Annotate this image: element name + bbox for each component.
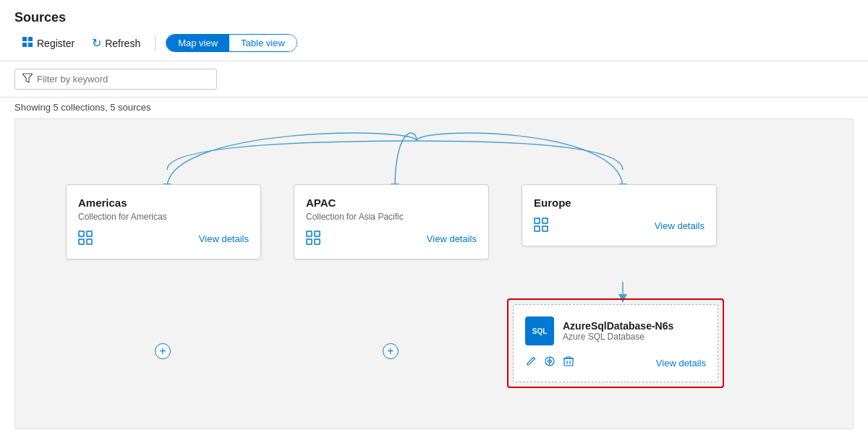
connector-svg [15, 119, 853, 428]
connect-icon[interactable] [544, 356, 556, 370]
source-view-details[interactable]: View details [656, 358, 706, 369]
filter-bar [0, 61, 868, 98]
svg-rect-8 [87, 239, 92, 244]
source-card-header: SQL AzureSqlDatabase-N6s Azure SQL Datab… [525, 316, 706, 345]
europe-view-details[interactable]: View details [655, 220, 705, 231]
filter-icon [22, 73, 33, 85]
refresh-label: Refresh [105, 38, 140, 49]
apac-title: APAC [306, 197, 477, 209]
sql-icon-label: SQL [532, 327, 548, 335]
source-card-info: AzureSqlDatabase-N6s Azure SQL Database [563, 320, 673, 342]
americas-footer: View details [78, 231, 249, 247]
svg-rect-10 [315, 231, 320, 236]
apac-expand-button[interactable]: + [383, 343, 399, 359]
svg-rect-5 [79, 231, 84, 236]
svg-rect-7 [79, 239, 84, 244]
apac-subtitle: Collection for Asia Pacific [306, 212, 477, 222]
europe-footer: View details [534, 218, 705, 234]
search-input[interactable] [37, 74, 209, 85]
svg-rect-0 [22, 37, 27, 41]
view-toggle: Map view Table view [166, 34, 297, 52]
svg-rect-6 [87, 231, 92, 236]
svg-rect-9 [307, 231, 312, 236]
svg-marker-4 [22, 74, 33, 82]
sql-icon: SQL [525, 316, 554, 345]
register-label: Register [37, 38, 75, 49]
svg-rect-19 [564, 358, 573, 366]
svg-rect-16 [542, 226, 548, 231]
svg-rect-1 [28, 37, 33, 41]
apac-view-details[interactable]: View details [427, 233, 477, 244]
source-card-wrapper: SQL AzureSqlDatabase-N6s Azure SQL Datab… [507, 298, 724, 388]
page-header: Sources Register ↻ Refresh Map view Tabl… [0, 0, 868, 61]
page-title: Sources [14, 10, 854, 25]
svg-rect-12 [315, 239, 320, 244]
register-icon [22, 36, 33, 50]
delete-icon[interactable] [563, 356, 574, 370]
svg-rect-2 [22, 43, 27, 47]
source-type: Azure SQL Database [563, 332, 673, 342]
map-view-button[interactable]: Map view [166, 35, 229, 51]
collection-card-europe: Europe View details [522, 184, 717, 246]
toolbar: Register ↻ Refresh Map view Table view [14, 33, 854, 53]
source-card-actions: View details [525, 356, 706, 370]
map-area: Americas Collection for Americas View de… [14, 119, 854, 429]
collection-card-americas: Americas Collection for Americas View de… [66, 184, 261, 259]
collection-card-apac: APAC Collection for Asia Pacific View de… [294, 184, 489, 259]
svg-rect-13 [535, 218, 540, 223]
toolbar-divider [155, 35, 156, 51]
americas-grid-icon [78, 231, 93, 247]
americas-view-details[interactable]: View details [199, 233, 249, 244]
apac-grid-icon [306, 231, 320, 247]
source-card: SQL AzureSqlDatabase-N6s Azure SQL Datab… [513, 304, 718, 382]
americas-subtitle: Collection for Americas [78, 212, 249, 222]
europe-grid-icon [534, 218, 548, 234]
refresh-button[interactable]: ↻ Refresh [85, 33, 148, 53]
americas-expand-button[interactable]: + [155, 343, 171, 359]
svg-rect-11 [307, 239, 312, 244]
americas-title: Americas [78, 197, 249, 209]
svg-rect-14 [542, 218, 548, 223]
europe-title: Europe [534, 197, 705, 209]
table-view-button[interactable]: Table view [229, 35, 297, 51]
refresh-icon: ↻ [92, 36, 101, 50]
edit-icon[interactable] [525, 356, 537, 370]
svg-rect-3 [28, 43, 33, 47]
status-bar: Showing 5 collections, 5 sources [0, 98, 868, 119]
apac-footer: View details [306, 231, 477, 247]
source-name: AzureSqlDatabase-N6s [563, 320, 673, 332]
filter-input-wrap[interactable] [14, 69, 217, 90]
svg-rect-15 [535, 226, 540, 231]
status-text: Showing 5 collections, 5 sources [14, 102, 151, 113]
register-button[interactable]: Register [14, 33, 82, 53]
